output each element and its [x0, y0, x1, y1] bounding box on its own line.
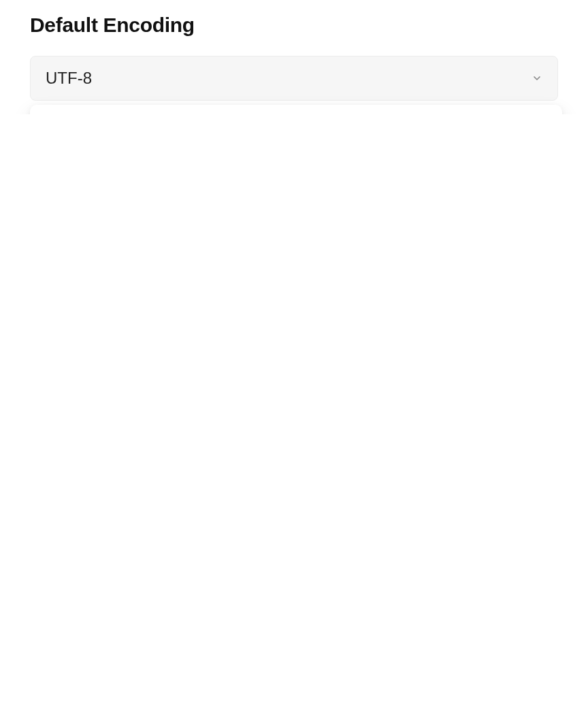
chevron-down-icon	[532, 69, 542, 88]
encoding-select-trigger[interactable]: UTF-8	[30, 56, 558, 101]
section-heading: Default Encoding	[30, 14, 558, 37]
encoding-selected-value: UTF-8	[46, 69, 92, 88]
encoding-dropdown: Big5 EUC-JP EUC-KR GB2312 ISO-2022-JP IS…	[30, 105, 562, 114]
encoding-select: UTF-8 Big5 EUC-JP EUC-KR GB2312 ISO-2022…	[30, 56, 558, 101]
